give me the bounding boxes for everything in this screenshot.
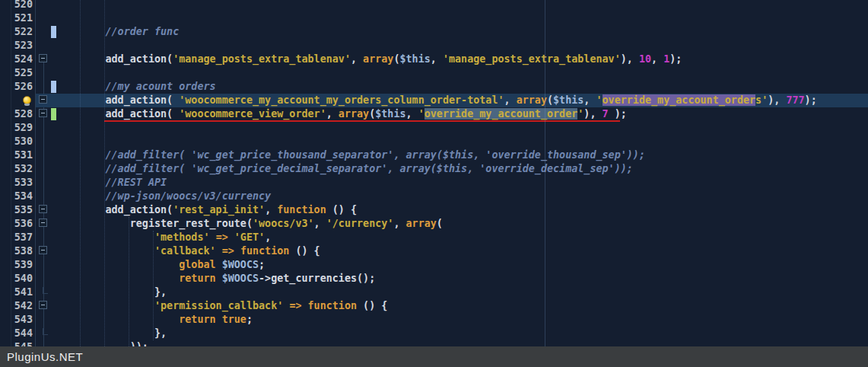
line-number[interactable]: 544 bbox=[0, 327, 35, 340]
code-editor[interactable]: 520521522 //order func523524 add_action(… bbox=[0, 0, 868, 346]
line-number[interactable]: 542 bbox=[0, 299, 35, 313]
code-line[interactable]: 534 //wp-json/woocs/v3/currency bbox=[0, 190, 868, 203]
code-line[interactable]: 541 }, bbox=[0, 286, 868, 299]
code-line[interactable]: add_action( 'woocommerce_my_account_my_o… bbox=[0, 94, 868, 107]
line-number[interactable]: 520 bbox=[0, 0, 35, 11]
intention-bulb-gutter[interactable] bbox=[0, 94, 35, 107]
line-number[interactable]: 533 bbox=[0, 176, 35, 190]
line-number[interactable]: 528 bbox=[0, 107, 35, 121]
code-token: 777 bbox=[786, 94, 804, 106]
code-text[interactable] bbox=[56, 39, 868, 53]
line-number[interactable]: 540 bbox=[0, 272, 35, 286]
fold-gutter bbox=[35, 258, 50, 272]
code-text[interactable]: )); bbox=[56, 340, 868, 346]
code-line[interactable]: 529 bbox=[0, 121, 868, 135]
code-line[interactable]: 543 return true; bbox=[0, 313, 868, 327]
code-line[interactable]: 542 'permission_callback' => function ()… bbox=[0, 299, 868, 313]
code-text[interactable] bbox=[56, 66, 868, 80]
code-text[interactable]: 'callback' => function () { bbox=[56, 244, 868, 258]
line-number[interactable]: 530 bbox=[0, 135, 35, 148]
code-text[interactable]: register_rest_route('woocs/v3', '/curren… bbox=[56, 217, 868, 231]
line-number[interactable]: 525 bbox=[0, 66, 35, 80]
code-line[interactable]: 524 add_action('manage_posts_extra_table… bbox=[0, 53, 868, 66]
code-text[interactable]: }, bbox=[56, 286, 868, 299]
fold-gutter bbox=[35, 135, 50, 148]
line-number[interactable]: 532 bbox=[0, 162, 35, 176]
code-text[interactable]: //my acount orders bbox=[56, 80, 868, 94]
fold-collapse-icon[interactable] bbox=[39, 246, 47, 254]
code-token: ), bbox=[768, 94, 786, 106]
code-text[interactable]: 'permission_callback' => function () { bbox=[56, 299, 868, 313]
line-number[interactable]: 524 bbox=[0, 53, 35, 66]
code-line[interactable]: 520 bbox=[0, 0, 868, 11]
fold-collapse-icon[interactable] bbox=[39, 205, 47, 213]
code-line[interactable]: 533 //REST API bbox=[0, 176, 868, 190]
code-text[interactable]: add_action('rest_api_init', function () … bbox=[56, 203, 868, 217]
code-text[interactable] bbox=[56, 11, 868, 25]
code-line[interactable]: 535 add_action('rest_api_init', function… bbox=[0, 203, 868, 217]
code-text[interactable]: add_action( 'woocommerce_view_order', ar… bbox=[56, 107, 868, 121]
line-number[interactable]: 536 bbox=[0, 217, 35, 231]
line-number[interactable]: 545 bbox=[0, 340, 35, 346]
code-text[interactable]: return $WOOCS->get_currencies(); bbox=[56, 272, 868, 286]
line-number[interactable]: 531 bbox=[0, 148, 35, 162]
line-number[interactable]: 523 bbox=[0, 39, 35, 53]
code-line[interactable]: 528 add_action( 'woocommerce_view_order'… bbox=[0, 107, 868, 121]
fold-collapse-icon[interactable] bbox=[39, 301, 47, 309]
code-line[interactable]: 532 //add_filter( 'wc_get_price_decimal_… bbox=[0, 162, 868, 176]
code-text[interactable]: add_action( 'woocommerce_my_account_my_o… bbox=[56, 94, 868, 107]
code-text[interactable]: //REST API bbox=[56, 176, 868, 190]
code-text[interactable]: //add_filter( 'wc_get_price_thousand_sep… bbox=[56, 148, 868, 162]
code-text[interactable] bbox=[56, 135, 868, 148]
code-text[interactable]: 'methods' => 'GET', bbox=[56, 231, 868, 244]
line-number[interactable]: 534 bbox=[0, 190, 35, 203]
code-line[interactable]: 523 bbox=[0, 39, 868, 53]
code-line[interactable]: 530 bbox=[0, 135, 868, 148]
code-line[interactable]: 526 //my acount orders bbox=[0, 80, 868, 94]
line-number[interactable]: 538 bbox=[0, 244, 35, 258]
code-token: s' bbox=[755, 94, 768, 106]
code-line[interactable]: 544 }, bbox=[0, 327, 868, 340]
code-text[interactable]: return true; bbox=[56, 313, 868, 327]
code-text[interactable]: }, bbox=[56, 327, 868, 340]
code-line[interactable]: 539 global $WOOCS; bbox=[0, 258, 868, 272]
code-text[interactable]: add_action('manage_posts_extra_tablenav'… bbox=[56, 53, 868, 66]
code-text[interactable]: //add_filter( 'wc_get_price_decimal_sepa… bbox=[56, 162, 868, 176]
fold-collapse-icon[interactable] bbox=[39, 109, 47, 117]
code-line[interactable]: 537 'methods' => 'GET', bbox=[0, 231, 868, 244]
code-token: function bbox=[308, 300, 358, 311]
code-line[interactable]: 540 return $WOOCS->get_currencies(); bbox=[0, 272, 868, 286]
code-text[interactable] bbox=[56, 0, 868, 11]
line-number[interactable]: 535 bbox=[0, 203, 35, 217]
code-text[interactable]: //order func bbox=[56, 25, 868, 39]
code-text[interactable] bbox=[56, 121, 868, 135]
fold-collapse-icon[interactable] bbox=[39, 95, 47, 104]
intention-bulb-icon[interactable] bbox=[23, 96, 31, 106]
line-number[interactable]: 522 bbox=[0, 25, 35, 39]
code-token: $this bbox=[399, 53, 430, 65]
line-number[interactable]: 537 bbox=[0, 231, 35, 244]
fold-collapse-icon[interactable] bbox=[39, 219, 47, 227]
code-line[interactable]: 536 register_rest_route('woocs/v3', '/cu… bbox=[0, 217, 868, 231]
code-line[interactable]: 522 //order func bbox=[0, 25, 868, 39]
fold-collapse-icon[interactable] bbox=[39, 54, 47, 62]
line-number[interactable]: 526 bbox=[0, 80, 35, 94]
code-token: ); bbox=[669, 53, 682, 65]
code-line[interactable]: 545 )); bbox=[0, 340, 868, 346]
line-number[interactable]: 541 bbox=[0, 286, 35, 299]
code-line[interactable]: 531 //add_filter( 'wc_get_price_thousand… bbox=[0, 148, 868, 162]
code-text[interactable]: global $WOOCS; bbox=[56, 258, 868, 272]
vcs-gutter bbox=[50, 107, 56, 121]
code-line[interactable]: 538 'callback' => function () { bbox=[0, 244, 868, 258]
line-number[interactable]: 521 bbox=[0, 11, 35, 25]
code-area[interactable]: 520521522 //order func523524 add_action(… bbox=[0, 0, 868, 346]
vcs-gutter bbox=[50, 11, 56, 25]
line-number[interactable]: 539 bbox=[0, 258, 35, 272]
gutter-separator bbox=[35, 0, 36, 346]
line-number[interactable]: 543 bbox=[0, 313, 35, 327]
code-line[interactable]: 521 bbox=[0, 11, 868, 25]
code-line[interactable]: 525 bbox=[0, 66, 868, 80]
error-underline bbox=[104, 120, 620, 122]
line-number[interactable]: 529 bbox=[0, 121, 35, 135]
code-text[interactable]: //wp-json/woocs/v3/currency bbox=[56, 190, 868, 203]
